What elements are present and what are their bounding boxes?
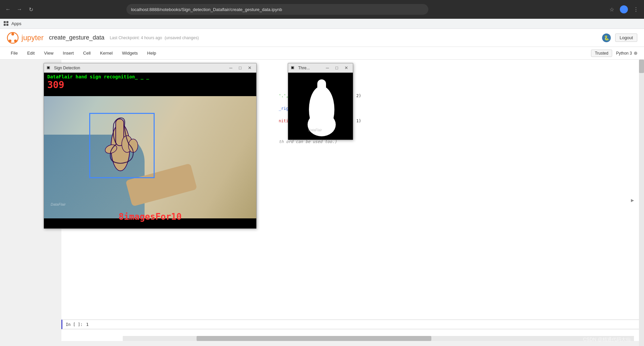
menu-item-help[interactable]: Help xyxy=(143,49,160,57)
jupyter-text: jupyter xyxy=(21,33,44,42)
menu-item-view[interactable]: View xyxy=(40,49,57,57)
expand-icon[interactable]: ▶ xyxy=(631,198,634,203)
sign-detection-close[interactable]: ✕ xyxy=(246,65,254,71)
vertical-scroll-thumb[interactable] xyxy=(639,60,644,73)
menu-item-cell[interactable]: Cell xyxy=(79,49,95,57)
browser-chrome: ← → ↻ localhost:8888/notebooks/Sign_dete… xyxy=(0,0,644,19)
sign-detection-title: Sign Detection xyxy=(54,66,225,70)
green-text-label: DataFlair hand sign recognition_ _ _ xyxy=(47,74,253,79)
browser-right-icons: ☆ ⋮ xyxy=(607,5,641,14)
svg-rect-3 xyxy=(6,24,8,26)
sign-detection-titlebar: ▣ Sign Detection ─ □ ✕ xyxy=(44,63,256,73)
threshold-window[interactable]: ▣ Thre... ─ □ ✕ xyxy=(288,63,353,140)
dataflair-watermark: DataFlair xyxy=(51,202,66,206)
menu-right: Trusted Python 3 xyxy=(591,50,637,57)
svg-point-17 xyxy=(308,113,336,136)
threshold-title: Thre... xyxy=(298,66,321,70)
reload-button[interactable]: ↻ xyxy=(26,5,36,14)
reload-icon: ↻ xyxy=(29,6,33,13)
svg-text:DataFlair: DataFlair xyxy=(308,128,322,132)
menu-item-kernel[interactable]: Kernel xyxy=(96,49,117,57)
apps-text: Apps xyxy=(11,21,21,26)
checkpoint-text: Last Checkpoint: 4 hours ago (unsaved ch… xyxy=(110,36,199,40)
cell-label: In [ ]: xyxy=(66,322,83,327)
star-icon: ☆ xyxy=(609,6,614,13)
menu-item-file[interactable]: File xyxy=(7,49,22,57)
vertical-scrollbar[interactable] xyxy=(639,60,644,346)
apps-label-container[interactable]: Apps xyxy=(3,21,21,27)
url-text: localhost:8888/notebooks/Sign_detection_… xyxy=(131,7,282,12)
counter-display: 309 xyxy=(47,79,253,90)
threshold-hand-silhouette: DataFlair xyxy=(288,73,353,140)
cell-content[interactable]: 1 xyxy=(86,322,89,327)
jupyter-header-right: 🐍 Logout xyxy=(602,33,637,43)
profile-button[interactable] xyxy=(619,5,629,14)
jupyter-logo: jupyter xyxy=(7,32,44,44)
sign-detection-minimize[interactable]: ─ xyxy=(227,65,235,71)
svg-point-5 xyxy=(11,33,14,36)
svg-point-7 xyxy=(14,40,17,42)
svg-rect-2 xyxy=(4,24,6,26)
svg-rect-16 xyxy=(317,79,326,110)
csdn-watermark: CSDN @精通代码大仙 xyxy=(583,337,631,343)
threshold-controls: ─ □ ✕ xyxy=(323,65,350,71)
logout-button[interactable]: Logout xyxy=(615,33,637,42)
apps-bar: Apps xyxy=(0,19,644,29)
menu-item-edit[interactable]: Edit xyxy=(23,49,39,57)
back-icon: ← xyxy=(5,6,11,12)
forward-button[interactable]: → xyxy=(15,5,24,14)
bookmark-button[interactable]: ☆ xyxy=(607,5,616,14)
sign-detection-top-bar: DataFlair hand sign recognition_ _ _ 309 xyxy=(44,73,256,92)
cell-input-area[interactable]: In [ ]: 1 xyxy=(61,320,641,329)
trusted-button[interactable]: Trusted xyxy=(591,50,612,57)
threshold-titlebar: ▣ Thre... ─ □ ✕ xyxy=(288,63,353,73)
bottom-label: 8imagesFor10 xyxy=(44,212,256,222)
kernel-info: Python 3 xyxy=(616,51,637,56)
jupyter-header: jupyter create_gesture_data Last Checkpo… xyxy=(0,29,644,47)
main-content: '.', (200, 400 X, 1, (0,0,255), 2) _righ… xyxy=(0,60,644,346)
notebook-title[interactable]: create_gesture_data xyxy=(49,34,104,41)
hand-shape xyxy=(97,117,151,178)
threshold-content: DataFlair xyxy=(288,73,353,140)
browser-menu-button[interactable]: ⋮ xyxy=(631,5,641,14)
svg-point-6 xyxy=(9,40,11,42)
horizontal-scroll-thumb[interactable] xyxy=(197,336,431,341)
svg-rect-1 xyxy=(6,21,8,23)
apps-grid-icon xyxy=(3,21,9,27)
sign-detection-window[interactable]: ▣ Sign Detection ─ □ ✕ DataFlair hand si… xyxy=(44,63,257,229)
sign-detection-controls: ─ □ ✕ xyxy=(227,65,254,71)
kernel-status-dot xyxy=(634,52,637,55)
menu-item-widgets[interactable]: Widgets xyxy=(118,49,142,57)
browser-nav-icons: ← → ↻ xyxy=(3,5,36,14)
svg-text:🐍: 🐍 xyxy=(604,35,610,41)
threshold-minimize[interactable]: ─ xyxy=(323,65,331,71)
sign-detection-content: DataFlair hand sign recognition_ _ _ 309 xyxy=(44,73,256,228)
sign-detection-maximize[interactable]: □ xyxy=(236,65,244,71)
horizontal-scrollbar[interactable] xyxy=(123,336,634,341)
address-bar[interactable]: localhost:8888/notebooks/Sign_detection_… xyxy=(126,4,428,15)
sign-detection-window-icon: ▣ xyxy=(47,65,52,71)
jupyter-logo-icon xyxy=(7,32,19,44)
browser-menu-icon: ⋮ xyxy=(633,6,639,13)
menu-item-insert[interactable]: Insert xyxy=(59,49,78,57)
threshold-close[interactable]: ✕ xyxy=(342,65,350,71)
camera-feed: DataFlair xyxy=(44,96,256,218)
jupyter-menu: File Edit View Insert Cell Kernel Widget… xyxy=(0,47,644,60)
forward-icon: → xyxy=(17,6,22,12)
python-logo-icon: 🐍 xyxy=(602,33,611,43)
threshold-window-icon: ▣ xyxy=(291,65,296,71)
roi-box xyxy=(89,113,155,178)
profile-icon xyxy=(620,5,628,13)
back-button[interactable]: ← xyxy=(3,5,13,14)
svg-rect-0 xyxy=(4,21,6,23)
threshold-maximize[interactable]: □ xyxy=(333,65,341,71)
